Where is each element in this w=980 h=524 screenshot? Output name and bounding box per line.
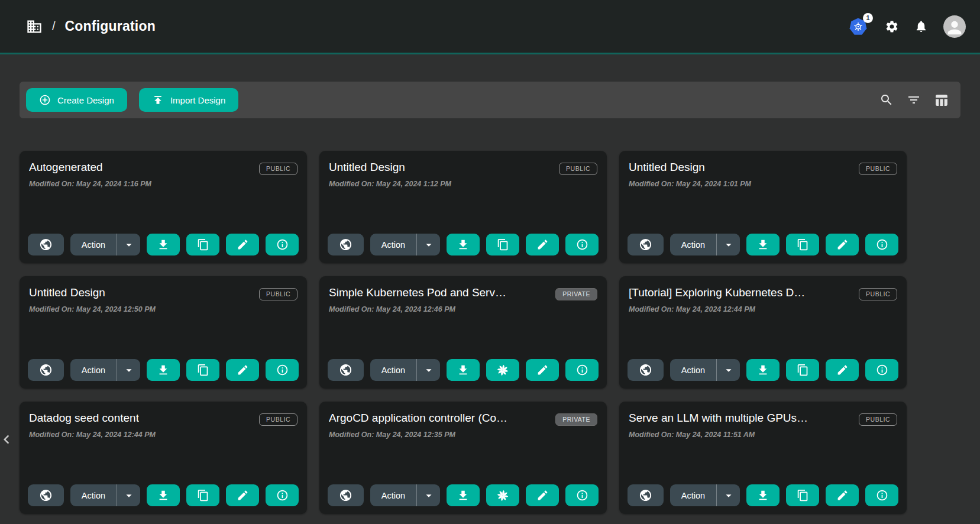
info-button[interactable] (266, 359, 299, 381)
info-button[interactable] (266, 484, 299, 506)
clone-button[interactable] (186, 359, 219, 381)
action-button[interactable]: Action (670, 234, 716, 255)
download-button[interactable] (147, 359, 180, 381)
design-title: [Tutorial] Exploring Kubernetes D… (629, 286, 805, 299)
edit-button[interactable] (526, 484, 559, 506)
clone-button[interactable] (186, 484, 219, 506)
download-icon (457, 364, 470, 377)
kubernetes-context-icon[interactable]: 1 (849, 17, 869, 36)
designs-grid: Autogenerated PUBLIC Modified On: May 24… (20, 151, 907, 514)
action-dropdown-toggle[interactable] (716, 359, 740, 381)
info-icon (576, 364, 588, 376)
info-button[interactable] (565, 234, 599, 255)
download-button[interactable] (746, 359, 780, 381)
download-icon (157, 238, 170, 251)
chevron-down-icon (722, 364, 735, 377)
action-dropdown-toggle[interactable] (716, 484, 740, 506)
action-button[interactable]: Action (370, 234, 416, 255)
info-button[interactable] (865, 484, 898, 506)
main-content: Create Design Import Design Autogenerate… (0, 82, 980, 514)
download-button[interactable] (147, 484, 180, 506)
info-button[interactable] (266, 234, 299, 255)
action-button[interactable]: Action (370, 484, 416, 506)
action-dropdown-toggle[interactable] (117, 484, 140, 506)
action-button[interactable]: Action (70, 234, 117, 255)
action-button[interactable]: Action (70, 359, 117, 381)
visibility-globe-button[interactable] (328, 359, 364, 381)
table-view-icon[interactable] (934, 93, 949, 108)
notifications-bell-icon[interactable] (914, 20, 928, 33)
edit-button[interactable] (526, 234, 559, 255)
action-dropdown-toggle[interactable] (716, 234, 740, 255)
organization-building-icon[interactable] (26, 18, 43, 35)
download-button[interactable] (447, 359, 480, 381)
visibility-globe-button[interactable] (628, 234, 664, 255)
create-design-label: Create Design (57, 95, 114, 105)
download-button[interactable] (447, 484, 480, 506)
download-icon (157, 489, 170, 502)
action-dropdown-toggle[interactable] (117, 234, 140, 255)
clone-button[interactable] (486, 484, 519, 506)
edit-pencil-icon (536, 238, 549, 251)
card-header: Serve an LLM with multiple GPUs… PUBLIC (629, 412, 897, 426)
sidebar-expand-chevron[interactable] (0, 431, 15, 448)
download-button[interactable] (746, 484, 780, 506)
action-button[interactable]: Action (70, 484, 117, 506)
visibility-globe-button[interactable] (28, 234, 64, 255)
download-button[interactable] (447, 234, 480, 255)
edit-button[interactable] (526, 359, 559, 381)
action-dropdown-toggle[interactable] (416, 359, 440, 381)
visibility-globe-button[interactable] (328, 484, 364, 506)
clone-button[interactable] (486, 234, 519, 255)
filter-icon[interactable] (907, 93, 921, 107)
visibility-globe-button[interactable] (28, 359, 64, 381)
download-icon (756, 364, 769, 377)
action-button[interactable]: Action (670, 484, 716, 506)
action-dropdown-toggle[interactable] (416, 484, 440, 506)
download-button[interactable] (746, 234, 780, 255)
action-button[interactable]: Action (370, 359, 416, 381)
card-actions: Action (628, 359, 898, 381)
clone-button[interactable] (186, 234, 219, 255)
edit-button[interactable] (826, 484, 859, 506)
visibility-badge: PRIVATE (555, 413, 597, 426)
edit-button[interactable] (826, 359, 859, 381)
add-circle-icon (39, 94, 51, 106)
card-header: ArgoCD application controller (Co… PRIVA… (329, 412, 597, 426)
import-design-button[interactable]: Import Design (139, 88, 238, 112)
content-copy-icon (197, 364, 209, 376)
content-copy-icon (797, 364, 809, 376)
search-icon[interactable] (879, 93, 894, 107)
card-header: Untitled Design PUBLIC (29, 286, 297, 300)
visibility-globe-button[interactable] (28, 484, 64, 506)
visibility-globe-button[interactable] (328, 234, 364, 255)
clone-button[interactable] (786, 484, 819, 506)
download-button[interactable] (147, 234, 180, 255)
edit-button[interactable] (226, 484, 259, 506)
create-design-button[interactable]: Create Design (26, 88, 127, 112)
info-button[interactable] (565, 484, 599, 506)
user-avatar[interactable] (943, 15, 966, 38)
edit-button[interactable] (826, 234, 859, 255)
action-dropdown-toggle[interactable] (416, 234, 440, 255)
settings-gear-icon[interactable] (885, 20, 899, 34)
visibility-globe-button[interactable] (628, 484, 664, 506)
download-icon (157, 364, 170, 377)
info-button[interactable] (565, 359, 599, 381)
action-split-button: Action (370, 359, 440, 381)
clone-button[interactable] (786, 234, 819, 255)
page-title: Configuration (65, 18, 156, 34)
info-button[interactable] (865, 359, 898, 381)
edit-button[interactable] (226, 359, 259, 381)
clone-button[interactable] (786, 359, 819, 381)
info-button[interactable] (865, 234, 898, 255)
action-dropdown-toggle[interactable] (117, 359, 140, 381)
card-header: Simple Kubernetes Pod and Serv… PRIVATE (329, 286, 597, 300)
modified-on-text: Modified On: May 24, 2024 1:01 PM (629, 180, 897, 188)
visibility-globe-button[interactable] (628, 359, 664, 381)
design-card: Datadog seed content PUBLIC Modified On:… (20, 402, 307, 514)
design-card: [Tutorial] Exploring Kubernetes D… PUBLI… (619, 276, 907, 389)
edit-button[interactable] (226, 234, 259, 255)
clone-button[interactable] (486, 359, 519, 381)
action-button[interactable]: Action (670, 359, 716, 381)
